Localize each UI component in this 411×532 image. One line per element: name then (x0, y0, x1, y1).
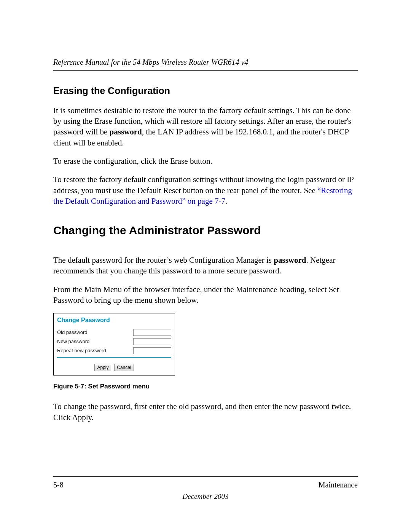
footer-section-name: Maintenance (319, 480, 358, 490)
figure-caption: Figure 5-7: Set Password menu (53, 382, 358, 391)
text-span: . (225, 197, 227, 206)
bold-text: password (110, 127, 142, 136)
bold-text: password (274, 256, 306, 265)
body-paragraph: From the Main Menu of the browser interf… (53, 284, 358, 306)
text-span: The default password for the router’s we… (53, 256, 274, 265)
form-row-new-password: New password (57, 338, 171, 345)
repeat-password-input[interactable] (133, 347, 171, 354)
body-paragraph: The default password for the router’s we… (53, 255, 358, 276)
body-paragraph: It is sometimes desirable to restore the… (53, 105, 358, 148)
footer-page-number: 5-8 (53, 480, 64, 490)
figure-change-password-panel: Change Password Old password New passwor… (53, 313, 175, 375)
header-rule (53, 70, 358, 71)
new-password-input[interactable] (133, 338, 171, 345)
footer-rule (53, 476, 358, 477)
apply-button[interactable]: Apply (94, 364, 111, 371)
label-old-password: Old password (57, 329, 87, 336)
heading-changing-password: Changing the Administrator Password (53, 223, 358, 238)
form-row-repeat-password: Repeat new password (57, 347, 171, 354)
label-repeat-password: Repeat new password (57, 347, 106, 354)
body-paragraph: To restore the factory default configura… (53, 174, 358, 206)
subheading-erasing: Erasing the Configuration (53, 85, 358, 97)
footer-date: December 2003 (53, 492, 358, 502)
doc-header-title: Reference Manual for the 54 Mbps Wireles… (53, 57, 358, 67)
button-row: Apply Cancel (57, 361, 171, 372)
old-password-input[interactable] (133, 329, 171, 336)
page-footer: 5-8 Maintenance December 2003 (53, 476, 358, 490)
panel-title: Change Password (57, 316, 171, 324)
form-row-old-password: Old password (57, 329, 171, 336)
label-new-password: New password (57, 338, 89, 345)
body-paragraph: To erase the configuration, click the Er… (53, 156, 358, 166)
panel-divider (57, 357, 171, 358)
cancel-button[interactable]: Cancel (114, 364, 134, 371)
body-paragraph: To change the password, first enter the … (53, 401, 358, 423)
text-span: To restore the factory default configura… (53, 175, 354, 195)
